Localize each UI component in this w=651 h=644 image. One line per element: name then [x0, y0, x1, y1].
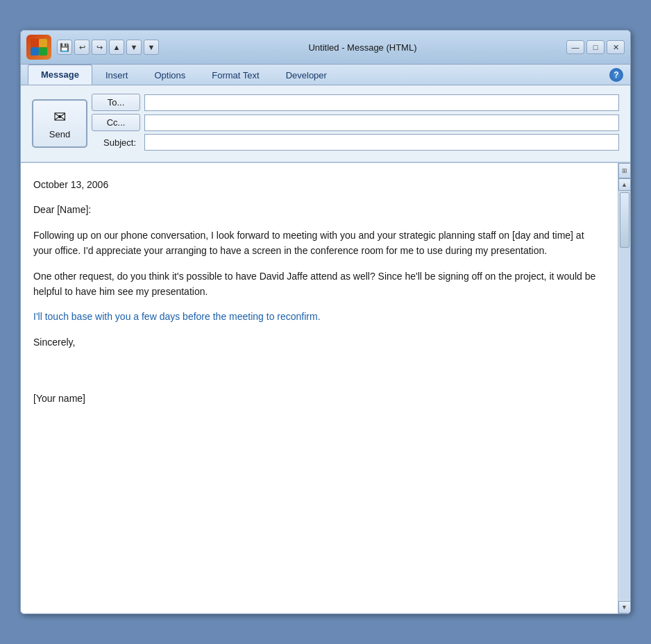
save-button[interactable]: 💾	[57, 40, 72, 55]
window-title: Untitled - Message (HTML)	[163, 42, 562, 53]
scroll-track[interactable]	[620, 192, 629, 600]
subject-row: Subject:	[92, 134, 619, 151]
send-area: ✉ Send To... Cc... Subject:	[28, 91, 623, 156]
redo-button[interactable]: ↪	[92, 40, 107, 55]
cc-input[interactable]	[144, 115, 619, 131]
maximize-button[interactable]: □	[586, 40, 604, 54]
scroll-thumb[interactable]	[620, 192, 629, 248]
vertical-scrollbar: ⊞ ▲ ▼	[618, 163, 630, 613]
email-body[interactable]: October 13, 2006 Dear [Name]: Following …	[21, 163, 618, 613]
tab-developer[interactable]: Developer	[273, 65, 340, 85]
email-paragraph3: I'll touch base with you a few days befo…	[33, 309, 605, 324]
send-button[interactable]: ✉ Send	[32, 99, 87, 148]
svg-rect-0	[31, 39, 39, 47]
tab-options[interactable]: Options	[141, 65, 198, 85]
help-button[interactable]: ?	[609, 68, 623, 82]
tab-message[interactable]: Message	[28, 65, 92, 85]
close-button[interactable]: ✕	[607, 40, 625, 54]
send-icon: ✉	[53, 108, 66, 126]
to-button[interactable]: To...	[92, 94, 140, 111]
subject-input[interactable]	[144, 134, 619, 151]
email-body-container: October 13, 2006 Dear [Name]: Following …	[21, 162, 630, 613]
minimize-button[interactable]: —	[566, 40, 584, 54]
quick-access-toolbar: 💾 ↩ ↪ ▲ ▼ ▼	[57, 40, 159, 55]
form-fields: To... Cc... Subject:	[92, 94, 619, 153]
cc-row: Cc...	[92, 114, 619, 131]
to-input[interactable]	[144, 94, 619, 111]
scroll-up-button[interactable]: ▲	[618, 178, 631, 191]
down-button[interactable]: ▼	[126, 40, 142, 55]
email-form: ✉ Send To... Cc... Subject:	[21, 85, 630, 162]
to-row: To...	[92, 94, 619, 111]
email-date: October 13, 2006	[33, 177, 605, 192]
email-signature: [Your name]	[33, 391, 605, 406]
send-label: Send	[49, 129, 70, 139]
cc-button[interactable]: Cc...	[92, 114, 140, 131]
pin-button[interactable]: ▼	[144, 40, 159, 55]
window-controls: — □ ✕	[566, 40, 625, 54]
ribbon-tabs: Message Insert Options Format Text Devel…	[21, 65, 630, 85]
office-logo	[26, 35, 51, 60]
svg-rect-2	[31, 47, 39, 56]
scroll-down-button[interactable]: ▼	[618, 601, 631, 613]
scroll-icon-button[interactable]: ⊞	[618, 163, 631, 178]
undo-button[interactable]: ↩	[74, 40, 90, 55]
svg-rect-3	[39, 47, 47, 56]
subject-label: Subject:	[92, 137, 140, 148]
email-paragraph2: One other request, do you think it's pos…	[33, 269, 605, 300]
email-greeting: Dear [Name]:	[33, 202, 605, 217]
up-button[interactable]: ▲	[109, 40, 124, 55]
outlook-window: 💾 ↩ ↪ ▲ ▼ ▼ Untitled - Message (HTML) — …	[20, 30, 631, 614]
svg-rect-1	[39, 39, 47, 47]
email-closing: Sincerely,	[33, 334, 605, 350]
tab-insert[interactable]: Insert	[92, 65, 142, 85]
tab-format-text[interactable]: Format Text	[198, 65, 272, 85]
titlebar: 💾 ↩ ↪ ▲ ▼ ▼ Untitled - Message (HTML) — …	[21, 31, 630, 65]
email-paragraph1: Following up on our phone conversation, …	[33, 228, 605, 259]
